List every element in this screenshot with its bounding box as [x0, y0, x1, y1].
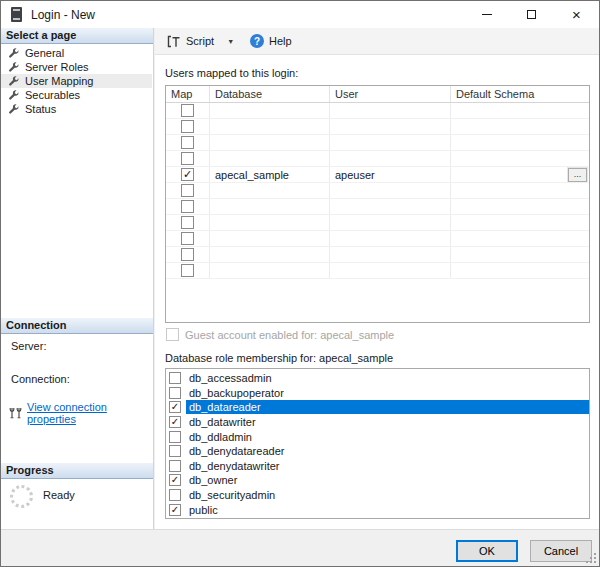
user-cell[interactable]: [330, 135, 451, 150]
default-schema-cell[interactable]: [451, 103, 589, 118]
sidebar-item-server-roles[interactable]: Server Roles: [1, 60, 152, 74]
sidebar-item-label: User Mapping: [25, 75, 93, 87]
user-cell[interactable]: [330, 119, 451, 134]
user-cell[interactable]: [330, 263, 451, 278]
default-schema-cell[interactable]: [451, 231, 589, 246]
map-checkbox[interactable]: [181, 232, 194, 245]
map-cell: [166, 231, 210, 246]
default-schema-cell[interactable]: [451, 183, 589, 198]
default-schema-browse-button[interactable]: ...: [568, 168, 587, 182]
database-cell[interactable]: apecal_sample: [210, 167, 330, 182]
user-cell[interactable]: [330, 247, 451, 262]
map-checkbox[interactable]: [181, 152, 194, 165]
role-item-db-owner[interactable]: db_owner: [166, 473, 589, 488]
role-checkbox[interactable]: [169, 445, 181, 457]
default-schema-cell[interactable]: [451, 135, 589, 150]
role-checkbox[interactable]: [169, 489, 181, 501]
map-checkbox[interactable]: [181, 216, 194, 229]
role-item-db-denydatawriter[interactable]: db_denydatawriter: [166, 459, 589, 474]
users-mapped-table: MapDatabaseUserDefault Schema apecal_sam…: [165, 85, 590, 323]
role-checkbox[interactable]: [169, 460, 181, 472]
map-checkbox[interactable]: [181, 200, 194, 213]
user-cell[interactable]: [330, 199, 451, 214]
map-cell: [166, 151, 210, 166]
toolbar: Script ▼ ? Help: [155, 28, 599, 55]
database-cell[interactable]: [210, 103, 330, 118]
map-checkbox[interactable]: [181, 184, 194, 197]
default-schema-cell[interactable]: [451, 119, 589, 134]
role-checkbox[interactable]: [169, 372, 181, 384]
sidebar-item-user-mapping[interactable]: User Mapping: [1, 74, 152, 88]
database-cell[interactable]: [210, 135, 330, 150]
user-cell[interactable]: [330, 151, 451, 166]
maximize-button[interactable]: [509, 1, 554, 28]
main-panel: Script ▼ ? Help Users mapped to this log…: [155, 28, 599, 531]
role-item-db-securityadmin[interactable]: db_securityadmin: [166, 488, 589, 503]
maximize-icon: [527, 10, 536, 19]
map-checkbox[interactable]: [181, 264, 194, 277]
default-schema-cell[interactable]: [451, 247, 589, 262]
role-item-db-backupoperator[interactable]: db_backupoperator: [166, 386, 589, 401]
map-checkbox[interactable]: [181, 136, 194, 149]
default-schema-cell[interactable]: ...: [451, 167, 589, 182]
ok-button[interactable]: OK: [456, 540, 518, 562]
database-cell[interactable]: [210, 151, 330, 166]
role-checkbox[interactable]: [169, 416, 181, 428]
column-header-default-schema: Default Schema: [451, 86, 589, 102]
role-item-db-datareader[interactable]: db_datareader: [166, 400, 589, 415]
database-cell[interactable]: [210, 215, 330, 230]
sidebar-item-securables[interactable]: Securables: [1, 88, 152, 102]
role-item-db-datawriter[interactable]: db_datawriter: [166, 415, 589, 430]
script-button[interactable]: Script: [162, 30, 218, 52]
default-schema-cell[interactable]: [451, 263, 589, 278]
role-checkbox[interactable]: [169, 401, 181, 413]
titlebar[interactable]: Login - New ×: [1, 1, 599, 28]
wrench-icon: [8, 90, 19, 101]
user-cell[interactable]: [330, 103, 451, 118]
role-item-public[interactable]: public: [166, 502, 589, 517]
table-row: [166, 263, 589, 279]
resize-grip[interactable]: [594, 561, 596, 563]
script-button-label: Script: [186, 35, 214, 47]
map-checkbox[interactable]: [181, 120, 194, 133]
database-cell[interactable]: [210, 119, 330, 134]
sidebar-item-general[interactable]: General: [1, 46, 152, 60]
roles-caption: Database role membership for: apecal_sam…: [165, 352, 393, 364]
role-item-db-accessadmin[interactable]: db_accessadmin: [166, 371, 589, 386]
user-cell[interactable]: [330, 215, 451, 230]
sidebar-item-label: Server Roles: [25, 61, 89, 73]
map-checkbox[interactable]: [181, 168, 194, 181]
database-cell[interactable]: [210, 183, 330, 198]
database-cell[interactable]: [210, 247, 330, 262]
column-header-map: Map: [166, 86, 210, 102]
role-checkbox[interactable]: [169, 431, 181, 443]
user-cell[interactable]: apeuser: [330, 167, 451, 182]
help-button[interactable]: ? Help: [246, 30, 296, 52]
role-item-db-denydatareader[interactable]: db_denydatareader: [166, 444, 589, 459]
database-cell[interactable]: [210, 231, 330, 246]
user-cell[interactable]: [330, 231, 451, 246]
map-checkbox[interactable]: [181, 104, 194, 117]
footer-bar: OK Cancel: [1, 529, 599, 566]
close-button[interactable]: ×: [554, 1, 599, 28]
map-cell: [166, 199, 210, 214]
default-schema-cell[interactable]: [451, 151, 589, 166]
role-checkbox[interactable]: [169, 387, 181, 399]
sidebar-item-status[interactable]: Status: [1, 102, 152, 116]
map-cell: [166, 263, 210, 278]
map-checkbox[interactable]: [181, 248, 194, 261]
minimize-button[interactable]: [464, 1, 509, 28]
role-item-db-ddladmin[interactable]: db_ddladmin: [166, 429, 589, 444]
default-schema-cell[interactable]: [451, 199, 589, 214]
database-cell[interactable]: [210, 199, 330, 214]
user-cell[interactable]: [330, 183, 451, 198]
role-label: db_datawriter: [186, 415, 589, 429]
default-schema-cell[interactable]: [451, 215, 589, 230]
script-dropdown-arrow[interactable]: ▼: [225, 36, 236, 47]
role-checkbox[interactable]: [169, 474, 181, 486]
database-cell[interactable]: [210, 263, 330, 278]
cancel-button[interactable]: Cancel: [530, 540, 592, 562]
role-checkbox[interactable]: [169, 504, 181, 516]
view-connection-properties-link[interactable]: View connection properties: [27, 401, 153, 425]
table-row: [166, 215, 589, 231]
